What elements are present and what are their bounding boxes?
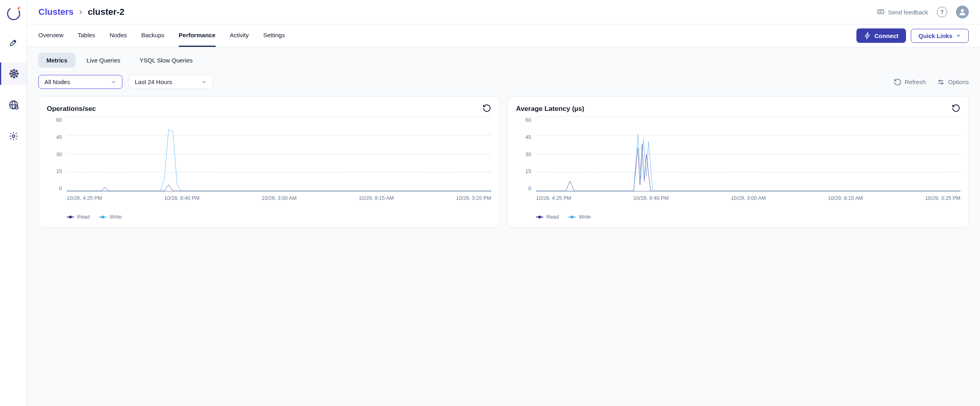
svg-point-6 xyxy=(17,73,18,74)
feedback-label: Send feedback xyxy=(888,9,928,16)
svg-point-27 xyxy=(961,9,964,12)
breadcrumb-root[interactable]: Clusters xyxy=(38,7,74,17)
refresh-button[interactable]: Refresh xyxy=(894,78,926,86)
series-write xyxy=(536,134,960,191)
svg-point-3 xyxy=(13,69,15,71)
charts-row: Operations/sec60453015010/28, 4:25 PM10/… xyxy=(27,96,980,235)
tab-activity[interactable]: Activity xyxy=(230,24,249,47)
perf-tab-ysql-slow-queries[interactable]: YSQL Slow Queries xyxy=(132,53,201,68)
svg-point-9 xyxy=(11,76,12,77)
x-tick: 10/29, 3:25 PM xyxy=(925,195,960,201)
connect-button[interactable]: Connect xyxy=(856,28,906,43)
topbar: Clusters › cluster-2 Send feedback ? xyxy=(27,0,980,24)
svg-point-7 xyxy=(11,70,12,72)
x-tick: 10/28, 4:25 PM xyxy=(67,195,102,201)
timerange-select[interactable]: Last 24 Hours xyxy=(129,75,213,89)
help-icon[interactable]: ? xyxy=(937,7,947,17)
svg-line-18 xyxy=(12,74,13,76)
svg-point-31 xyxy=(942,82,943,84)
tab-performance[interactable]: Performance xyxy=(179,24,216,47)
refresh-icon xyxy=(952,104,960,113)
avatar[interactable] xyxy=(956,6,969,18)
nav-rocket-icon[interactable] xyxy=(0,31,27,54)
x-tick: 10/28, 9:40 PM xyxy=(634,195,669,201)
x-tick: 10/29, 3:25 PM xyxy=(456,195,491,201)
refresh-label: Refresh xyxy=(905,78,926,85)
feedback-icon xyxy=(877,8,885,16)
chart-title: Operations/sec xyxy=(47,105,96,113)
tab-tables[interactable]: Tables xyxy=(78,24,95,47)
tab-settings[interactable]: Settings xyxy=(263,24,285,47)
quick-links-label: Quick Links xyxy=(918,32,952,39)
performance-subtabs: MetricsLive QueriesYSQL Slow Queries xyxy=(27,47,980,68)
breadcrumb-current: cluster-2 xyxy=(88,7,124,17)
y-tick: 15 xyxy=(56,168,62,174)
nodes-select-value: All Nodes xyxy=(44,78,70,85)
perf-tab-metrics[interactable]: Metrics xyxy=(38,53,76,68)
chevron-down-icon xyxy=(201,79,207,85)
refresh-icon xyxy=(894,78,902,86)
series-write xyxy=(67,129,491,191)
svg-line-17 xyxy=(15,72,16,73)
y-tick: 0 xyxy=(59,185,62,191)
series-read xyxy=(536,144,960,191)
refresh-icon xyxy=(482,104,491,113)
chart-refresh-button[interactable] xyxy=(482,104,491,114)
svg-point-10 xyxy=(16,76,18,77)
tab-nodes[interactable]: Nodes xyxy=(110,24,127,47)
svg-point-1 xyxy=(14,41,15,42)
section-tabs-row: OverviewTablesNodesBackupsPerformanceAct… xyxy=(27,24,980,47)
tab-backups[interactable]: Backups xyxy=(141,24,164,47)
send-feedback-button[interactable]: Send feedback xyxy=(877,8,928,16)
chart-card-0: Operations/sec60453015010/28, 4:25 PM10/… xyxy=(38,96,500,227)
legend-write: Write xyxy=(568,214,591,220)
chart-card-1: Average Latency (µs)60453015010/28, 4:25… xyxy=(508,96,969,227)
breadcrumb: Clusters › cluster-2 xyxy=(38,7,124,17)
x-tick: 10/29, 8:15 AM xyxy=(359,195,394,201)
y-tick: 30 xyxy=(526,151,531,157)
chart-title: Average Latency (µs) xyxy=(516,105,584,113)
y-tick: 30 xyxy=(56,151,62,157)
chevron-down-icon xyxy=(956,33,961,38)
legend-read: Read xyxy=(67,214,90,220)
svg-line-15 xyxy=(12,72,13,73)
options-button[interactable]: Options xyxy=(937,78,969,86)
perf-tab-live-queries[interactable]: Live Queries xyxy=(79,53,128,68)
legend-read: Read xyxy=(536,214,559,220)
nav-settings-icon[interactable] xyxy=(0,125,27,147)
quick-links-button[interactable]: Quick Links xyxy=(911,29,969,43)
chevron-right-icon: › xyxy=(79,7,82,17)
nav-clusters-icon[interactable] xyxy=(0,62,27,85)
lightning-icon xyxy=(864,32,871,39)
connect-label: Connect xyxy=(874,32,898,39)
svg-point-2 xyxy=(13,73,15,75)
series-read xyxy=(67,185,491,191)
nodes-select[interactable]: All Nodes xyxy=(38,75,122,89)
svg-point-4 xyxy=(13,76,15,78)
y-tick: 60 xyxy=(526,117,531,123)
svg-point-5 xyxy=(10,73,11,74)
svg-point-23 xyxy=(12,135,15,137)
y-tick: 45 xyxy=(526,134,531,140)
svg-line-16 xyxy=(15,74,16,76)
x-tick: 10/29, 8:15 AM xyxy=(828,195,863,201)
svg-point-22 xyxy=(15,107,18,109)
svg-point-8 xyxy=(16,70,18,72)
svg-rect-24 xyxy=(878,10,884,14)
y-tick: 0 xyxy=(528,185,531,191)
x-tick: 10/29, 3:00 AM xyxy=(262,195,296,201)
legend-write: Write xyxy=(99,214,122,220)
svg-point-30 xyxy=(939,80,940,81)
logo[interactable] xyxy=(5,5,22,22)
tab-overview[interactable]: Overview xyxy=(38,24,64,47)
chart-refresh-button[interactable] xyxy=(952,104,960,114)
y-tick: 60 xyxy=(56,117,62,123)
filters-row: All Nodes Last 24 Hours Refresh Options xyxy=(27,68,980,96)
chevron-down-icon xyxy=(111,79,116,85)
y-tick: 15 xyxy=(526,168,531,174)
nav-network-icon[interactable] xyxy=(0,94,27,116)
options-label: Options xyxy=(948,78,969,85)
sidebar xyxy=(0,0,27,406)
timerange-select-value: Last 24 Hours xyxy=(135,78,172,85)
y-tick: 45 xyxy=(56,134,62,140)
